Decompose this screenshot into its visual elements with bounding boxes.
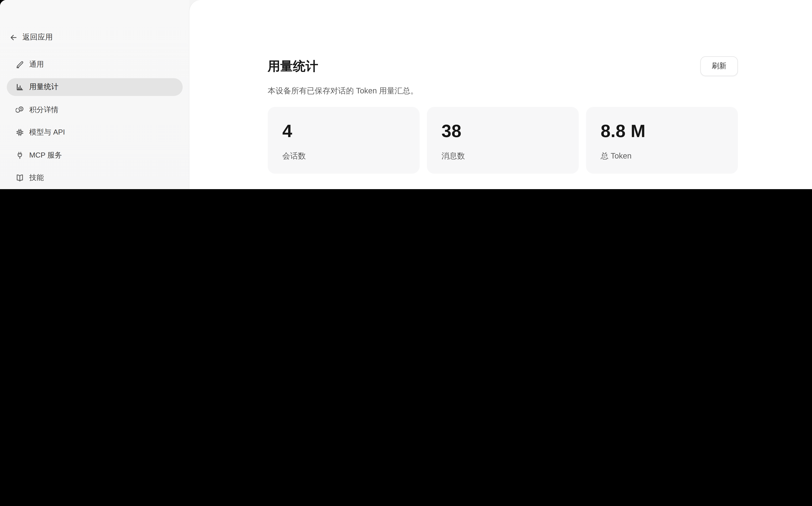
coins-icon <box>16 106 24 114</box>
sidebar-item-label: 技能 <box>29 173 44 182</box>
sidebar-item-mcp[interactable]: MCP 服务 <box>7 146 182 164</box>
sessions-count: 4 <box>282 120 405 141</box>
main-panel: 用量统计 刷新 本设备所有已保存对话的 Token 用量汇总。 4 会话数 38… <box>190 0 812 189</box>
total-tokens-count: 8.8 M <box>601 120 723 141</box>
messages-count: 38 <box>441 120 564 141</box>
summary-card-messages: 38 消息数 <box>427 107 579 174</box>
book-icon <box>16 174 24 182</box>
sidebar-item-general[interactable]: 通用 <box>7 56 182 74</box>
sidebar: 返回应用 通用 用量统计 积分详情 <box>0 0 190 189</box>
page-subtitle: 本设备所有已保存对话的 Token 用量汇总。 <box>268 85 738 96</box>
sidebar-item-label: 通用 <box>29 60 44 69</box>
sidebar-item-credits[interactable]: 积分详情 <box>7 101 182 119</box>
summary-card-sessions: 4 会话数 <box>268 107 420 174</box>
plug-icon <box>16 151 24 159</box>
chip-icon <box>16 128 24 137</box>
settings-window: 返回应用 通用 用量统计 积分详情 <box>0 0 812 189</box>
sidebar-item-label: MCP 服务 <box>29 151 62 160</box>
back-label: 返回应用 <box>22 32 53 42</box>
messages-label: 消息数 <box>441 151 564 161</box>
window-stage: 返回应用 通用 用量统计 积分详情 <box>0 0 812 189</box>
sidebar-item-skills[interactable]: 技能 <box>7 169 182 187</box>
summary-card-total-tokens: 8.8 M 总 Token <box>586 107 738 174</box>
page-title: 用量统计 <box>268 59 318 74</box>
refresh-button[interactable]: 刷新 <box>700 56 738 76</box>
sidebar-item-label: 积分详情 <box>29 105 59 115</box>
bar-chart-icon <box>16 83 24 91</box>
sidebar-item-models-api[interactable]: 模型与 API <box>7 123 182 141</box>
pencil-icon <box>16 61 24 69</box>
summary-cards: 4 会话数 38 消息数 8.8 M 总 Token <box>268 107 738 174</box>
sidebar-nav: 通用 用量统计 积分详情 模型与 API <box>7 56 182 189</box>
sidebar-item-label: 用量统计 <box>29 83 59 92</box>
sidebar-item-usage-stats[interactable]: 用量统计 <box>7 78 182 96</box>
page-header: 用量统计 刷新 <box>268 56 738 76</box>
sidebar-item-label: 模型与 API <box>29 128 65 137</box>
arrow-left-icon <box>9 33 18 41</box>
total-tokens-label: 总 Token <box>601 151 723 161</box>
sessions-label: 会话数 <box>282 151 405 161</box>
back-to-app-button[interactable]: 返回应用 <box>9 32 182 42</box>
